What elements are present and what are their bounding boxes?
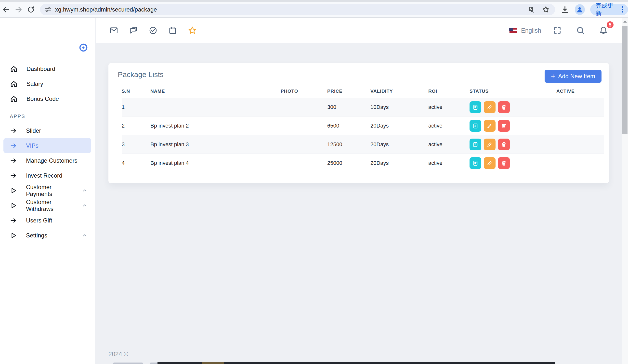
- sidebar-item-users-gift[interactable]: Users Gift: [0, 213, 95, 228]
- sidebar-item-label: Customer Withdraws: [26, 199, 73, 213]
- delete-button[interactable]: [498, 157, 510, 169]
- edit-button[interactable]: [484, 157, 495, 169]
- search-icon: [576, 26, 585, 35]
- sidebar-item-slider[interactable]: Slider: [0, 123, 95, 138]
- sidebar-item-label: Invest Record: [26, 172, 62, 179]
- col-header-photo: PHOTO: [281, 88, 327, 94]
- cell-sn: 3: [122, 141, 150, 148]
- page-scrollbar[interactable]: [622, 18, 628, 364]
- col-header-roi: ROI: [428, 88, 470, 94]
- sidebar-item-invest-record[interactable]: Invest Record: [0, 168, 95, 183]
- sidebar-item-bonus-code[interactable]: Bonus Code: [0, 91, 95, 106]
- chat-button[interactable]: [127, 24, 140, 37]
- download-icon[interactable]: [560, 5, 569, 14]
- cell-price: 6500: [327, 123, 370, 129]
- add-new-item-button[interactable]: + Add New Item: [545, 70, 602, 83]
- chrome-update-button[interactable]: 完成更新: [590, 4, 628, 15]
- topbar-right: English 5: [509, 24, 610, 37]
- col-header-price: PRICE: [327, 88, 370, 94]
- sidebar-section-apps: APPS: [0, 106, 95, 123]
- trash-icon: [501, 141, 507, 148]
- calendar-icon: [168, 26, 177, 35]
- kebab-menu-icon[interactable]: [621, 5, 624, 13]
- cell-name: Bp invest plan 3: [150, 141, 281, 148]
- notification-badge: 5: [606, 21, 614, 29]
- mail-button[interactable]: [107, 24, 121, 37]
- arrow-right-icon: [10, 217, 17, 224]
- scrollbar-thumb[interactable]: [622, 26, 628, 134]
- url-text[interactable]: xg.hwym.shop/admin/secured/package: [55, 6, 528, 13]
- language-selector[interactable]: English: [509, 27, 541, 34]
- edit-button[interactable]: [484, 101, 495, 113]
- sidebar-item-customer-payments[interactable]: Customer Payments: [0, 183, 95, 198]
- house-icon: [10, 80, 18, 88]
- arrow-right-icon: [10, 127, 17, 135]
- cell-name: Bp invest plan 4: [150, 160, 281, 166]
- sidebar-item-vips[interactable]: VIPs: [3, 138, 91, 153]
- cell-roi: active: [428, 104, 470, 110]
- notifications-button[interactable]: 5: [597, 24, 610, 37]
- table-row: 1 300 10Days active: [122, 98, 604, 117]
- address-bar[interactable]: xg.hwym.shop/admin/secured/package: [40, 4, 555, 15]
- bookmark-star-icon[interactable]: [542, 6, 550, 13]
- sidebar-item-settings[interactable]: Settings: [0, 228, 95, 243]
- tasks-button[interactable]: [146, 24, 160, 37]
- sidebar-nav: Dashboard Salary Bonus Code APPS Slider …: [0, 61, 95, 243]
- language-label: English: [521, 27, 541, 34]
- content-area: Package Lists + Add New Item S.N NAME PH…: [96, 43, 622, 364]
- sidebar-item-label: Customer Payments: [26, 184, 73, 198]
- view-button[interactable]: [470, 101, 481, 113]
- star-icon: [188, 26, 197, 35]
- sidebar-item-salary[interactable]: Salary: [0, 76, 95, 91]
- cell-roi: active: [428, 160, 470, 166]
- sidebar-item-label: Bonus Code: [26, 95, 59, 102]
- sidebar-toggle-button[interactable]: [78, 42, 89, 53]
- edit-button[interactable]: [484, 120, 495, 132]
- us-flag-icon: [509, 28, 517, 33]
- page-title: Package Lists: [118, 71, 164, 79]
- copyright-footer: 2024 ©: [108, 351, 128, 358]
- forward-button[interactable]: [12, 3, 24, 16]
- pencil-icon: [486, 104, 493, 110]
- main-area: English 5 Package Lists + Add Ne: [96, 18, 622, 364]
- sidebar-item-manage-customers[interactable]: Manage Customers: [0, 153, 95, 168]
- arrow-right-icon: [10, 172, 17, 179]
- view-button[interactable]: [470, 139, 481, 150]
- table-header-row: S.N NAME PHOTO PRICE VALIDITY ROI STATUS…: [122, 85, 604, 98]
- topbar-shortcut-icons: [107, 24, 199, 37]
- edit-button[interactable]: [484, 139, 495, 150]
- calendar-button[interactable]: [166, 24, 180, 37]
- col-header-sn: S.N: [122, 88, 150, 94]
- play-icon: [10, 232, 17, 239]
- cell-validity: 20Days: [370, 123, 428, 129]
- profile-avatar[interactable]: [575, 4, 585, 15]
- back-button[interactable]: [0, 3, 12, 16]
- translate-icon[interactable]: [528, 6, 536, 13]
- reload-button[interactable]: [24, 3, 37, 16]
- package-table: S.N NAME PHOTO PRICE VALIDITY ROI STATUS…: [122, 85, 604, 172]
- delete-button[interactable]: [498, 120, 510, 132]
- view-button[interactable]: [470, 157, 481, 169]
- cell-validity: 20Days: [370, 160, 428, 166]
- chevron-up-icon: [82, 203, 87, 208]
- forward-icon: [14, 5, 23, 14]
- sidebar-item-label: Salary: [26, 80, 43, 87]
- pencil-icon: [486, 123, 493, 129]
- delete-button[interactable]: [498, 139, 510, 150]
- favorites-button[interactable]: [185, 24, 199, 37]
- tune-icon[interactable]: [44, 6, 52, 13]
- cell-roi: active: [428, 141, 470, 148]
- sidebar-item-customer-withdraws[interactable]: Customer Withdraws: [0, 198, 95, 213]
- plus-icon: +: [551, 73, 555, 80]
- cell-validity: 10Days: [370, 104, 428, 110]
- search-button[interactable]: [573, 24, 587, 37]
- delete-button[interactable]: [498, 101, 510, 113]
- clipboard-icon: [472, 104, 479, 110]
- sidebar-item-dashboard[interactable]: Dashboard: [0, 61, 95, 76]
- fullscreen-button[interactable]: [550, 24, 564, 37]
- col-header-name: NAME: [150, 88, 281, 94]
- view-button[interactable]: [470, 120, 481, 132]
- play-icon: [10, 202, 17, 209]
- cell-sn: 2: [122, 123, 150, 129]
- scroll-up-button[interactable]: [622, 18, 628, 25]
